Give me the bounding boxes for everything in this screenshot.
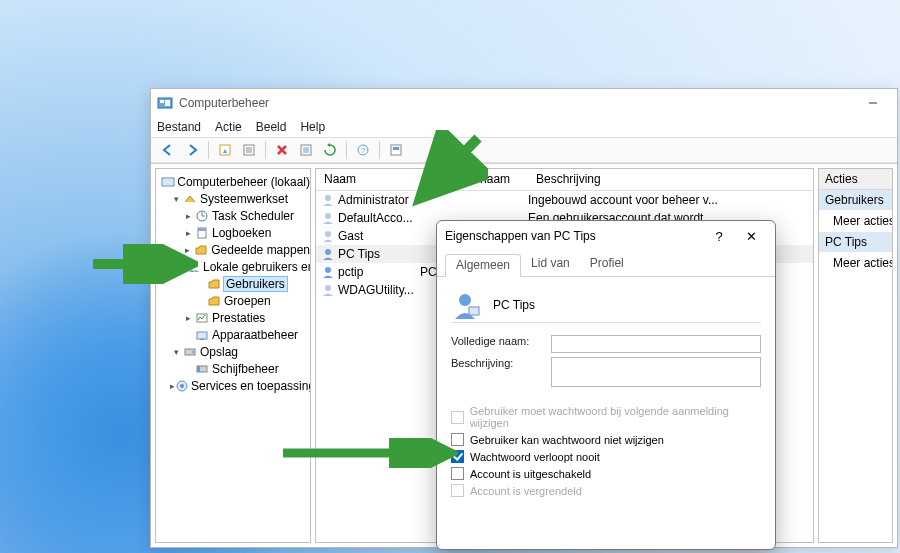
tree-systeemwerkset[interactable]: ▾Systeemwerkset: [156, 190, 310, 207]
label-beschrijving: Beschrijving:: [451, 357, 551, 369]
list-row[interactable]: AdministratorIngebouwd account voor behe…: [316, 191, 813, 209]
properties-icon[interactable]: [238, 139, 260, 161]
tab-lidvan[interactable]: Lid van: [521, 253, 580, 276]
actions-item-meer2[interactable]: Meer acties: [819, 252, 892, 274]
tree-prestaties[interactable]: ▸Prestaties: [156, 309, 310, 326]
field-beschrijving: Beschrijving:: [451, 357, 761, 387]
svg-point-23: [190, 263, 194, 267]
menubar: Bestand Actie Beeld Help: [151, 117, 897, 137]
svg-rect-27: [200, 339, 204, 340]
svg-rect-17: [162, 178, 174, 186]
checkbox-icon[interactable]: [451, 450, 464, 463]
tree-gedeelde-mappen[interactable]: ▸Gedeelde mappen: [156, 241, 310, 258]
chk-uitgeschakeld[interactable]: Account is uitgeschakeld: [451, 467, 761, 480]
svg-rect-41: [469, 307, 479, 315]
col-naam[interactable]: Naam: [316, 169, 420, 190]
menu-bestand[interactable]: Bestand: [157, 120, 201, 134]
minimize-button[interactable]: [855, 91, 891, 115]
svg-rect-2: [165, 100, 170, 106]
tree-apparaatbeheer[interactable]: Apparaatbeheer: [156, 326, 310, 343]
chk-niet-wijzigen[interactable]: Gebruiker kan wachtwoord niet wijzigen: [451, 433, 761, 446]
tree-root[interactable]: Computerbeheer (lokaal): [156, 173, 310, 190]
col-voll[interactable]: Volledige naam: [420, 169, 528, 190]
svg-rect-1: [160, 100, 164, 103]
actions-item-meer1[interactable]: Meer acties: [819, 210, 892, 232]
actions-group-gebruikers[interactable]: Gebruikers: [819, 190, 892, 210]
label-volledige-naam: Volledige naam:: [451, 335, 551, 347]
menu-help[interactable]: Help: [300, 120, 325, 134]
extra-icon[interactable]: [385, 139, 407, 161]
tree-schijfbeheer[interactable]: Schijfbeheer: [156, 360, 310, 377]
actions-pane: Acties Gebruikers Meer acties PC Tips Me…: [818, 168, 893, 543]
actions-group-pctips[interactable]: PC Tips: [819, 232, 892, 252]
refresh-icon[interactable]: [319, 139, 341, 161]
svg-point-24: [194, 263, 198, 267]
svg-point-39: [325, 285, 331, 291]
tree-services[interactable]: ▸Services en toepassingen: [156, 377, 310, 394]
svg-point-34: [325, 195, 331, 201]
tree-lokale-gebruikers[interactable]: ▾Lokale gebruikers en groepen: [156, 258, 310, 275]
svg-rect-31: [197, 366, 200, 372]
svg-point-33: [180, 384, 184, 388]
tree-gebruikers[interactable]: Gebruikers: [156, 275, 310, 292]
list-header: Naam Volledige naam Beschrijving: [316, 169, 813, 191]
dialog-help-button[interactable]: ?: [703, 224, 735, 248]
properties-dialog: Eigenschappen van PC Tips ? ✕ Algemeen L…: [436, 220, 776, 550]
svg-rect-22: [198, 228, 206, 231]
tree-pane[interactable]: Computerbeheer (lokaal) ▾Systeemwerkset …: [155, 168, 311, 543]
forward-button[interactable]: [181, 139, 203, 161]
dialog-title: Eigenschappen van PC Tips: [445, 229, 596, 243]
user-icon: [451, 289, 483, 321]
list-icon[interactable]: [295, 139, 317, 161]
tree-groepen[interactable]: Groepen: [156, 292, 310, 309]
checkbox-icon[interactable]: [451, 467, 464, 480]
field-volledige-naam: Volledige naam:: [451, 335, 761, 353]
chk-vergrendeld: Account is vergrendeld: [451, 484, 761, 497]
toolbar: ?: [151, 137, 897, 163]
dialog-body: PC Tips Volledige naam: Beschrijving: Ge…: [437, 277, 775, 549]
tree-task-scheduler[interactable]: ▸Task Scheduler: [156, 207, 310, 224]
app-icon: [157, 95, 173, 111]
chk-verloopt-nooit[interactable]: Wachtwoord verloopt nooit: [451, 450, 761, 463]
tree-logboeken[interactable]: ▸Logboeken: [156, 224, 310, 241]
svg-point-36: [325, 231, 331, 237]
tab-profiel[interactable]: Profiel: [580, 253, 634, 276]
svg-point-40: [459, 294, 471, 306]
menu-beeld[interactable]: Beeld: [256, 120, 287, 134]
svg-text:?: ?: [361, 146, 366, 155]
new-icon[interactable]: [214, 139, 236, 161]
checkbox-icon: [451, 411, 464, 424]
svg-rect-25: [197, 314, 207, 322]
checkbox-icon: [451, 484, 464, 497]
svg-point-37: [325, 249, 331, 255]
help-icon[interactable]: ?: [352, 139, 374, 161]
dialog-user-name: PC Tips: [493, 298, 535, 312]
dialog-user-header: PC Tips: [451, 287, 761, 323]
dialog-close-button[interactable]: ✕: [735, 224, 767, 248]
svg-point-35: [325, 213, 331, 219]
titlebar[interactable]: Computerbeheer: [151, 89, 897, 117]
tab-algemeen[interactable]: Algemeen: [445, 254, 521, 277]
svg-point-38: [325, 267, 331, 273]
input-volledige-naam[interactable]: [551, 335, 761, 353]
tree-opslag[interactable]: ▾Opslag: [156, 343, 310, 360]
col-besch[interactable]: Beschrijving: [528, 169, 813, 190]
checkbox-icon[interactable]: [451, 433, 464, 446]
dialog-tabs: Algemeen Lid van Profiel: [437, 253, 775, 277]
actions-header: Acties: [819, 169, 892, 190]
back-button[interactable]: [157, 139, 179, 161]
chk-wachtwoord-wijzigen: Gebruiker moet wachtwoord bij volgende a…: [451, 405, 761, 429]
dialog-titlebar[interactable]: Eigenschappen van PC Tips ? ✕: [437, 221, 775, 251]
svg-point-29: [192, 351, 194, 353]
svg-rect-26: [197, 332, 207, 339]
svg-rect-16: [393, 147, 399, 150]
input-beschrijving[interactable]: [551, 357, 761, 387]
delete-icon[interactable]: [271, 139, 293, 161]
window-title: Computerbeheer: [179, 96, 269, 110]
menu-actie[interactable]: Actie: [215, 120, 242, 134]
